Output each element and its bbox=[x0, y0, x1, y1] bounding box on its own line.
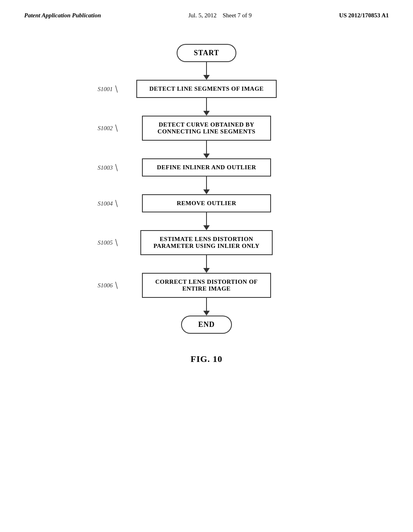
arrow-0 bbox=[203, 62, 210, 80]
step-label-s1002: S1002 ╲ bbox=[98, 125, 118, 132]
start-box: START bbox=[177, 44, 236, 62]
step-label-s1005: S1005 ╲ bbox=[98, 239, 118, 246]
end-node: END bbox=[181, 316, 232, 334]
step-row-s1002: S1002 ╲ DETECT CURVE OBTAINED BYCONNECTI… bbox=[86, 116, 327, 141]
step-label-s1006: S1006 ╲ bbox=[98, 282, 118, 289]
step-box-s1004: REMOVE OUTLIER bbox=[142, 194, 271, 212]
step-label-s1003: S1003 ╲ bbox=[98, 164, 118, 171]
header-patent-number: US 2012/170853 A1 bbox=[339, 11, 389, 20]
step-box-s1005: ESTIMATE LENS DISTORTIONPARAMETER USING … bbox=[140, 230, 272, 255]
step-box-s1002: DETECT CURVE OBTAINED BYCONNECTING LINE … bbox=[142, 116, 271, 141]
header-publication-label: Patent Application Publication bbox=[24, 11, 101, 20]
arrow-4 bbox=[203, 212, 210, 230]
step-box-s1001: DETECT LINE SEGMENTS OF IMAGE bbox=[136, 80, 277, 98]
start-node: START bbox=[177, 44, 236, 62]
step-label-s1004: S1004 ╲ bbox=[98, 200, 118, 207]
step-row-s1006: S1006 ╲ CORRECT LENS DISTORTION OFENTIRE… bbox=[86, 273, 327, 298]
header-date: Jul. 5, 2012 bbox=[188, 12, 217, 19]
arrow-3 bbox=[203, 177, 210, 194]
flowchart: START S1001 ╲ DETECT LINE SEGMENTS OF IM… bbox=[0, 44, 413, 364]
header-date-sheet: Jul. 5, 2012 Sheet 7 of 9 bbox=[188, 11, 252, 20]
step-row-s1001: S1001 ╲ DETECT LINE SEGMENTS OF IMAGE bbox=[86, 80, 327, 98]
step-row-s1003: S1003 ╲ DEFINE INLINER AND OUTLIER bbox=[86, 158, 327, 177]
page-header: Patent Application Publication Jul. 5, 2… bbox=[0, 0, 413, 20]
step-label-s1001: S1001 ╲ bbox=[98, 85, 118, 93]
step-box-s1006: CORRECT LENS DISTORTION OFENTIRE IMAGE bbox=[142, 273, 271, 298]
step-row-s1005: S1005 ╲ ESTIMATE LENS DISTORTIONPARAMETE… bbox=[86, 230, 327, 255]
arrow-2 bbox=[203, 141, 210, 158]
step-box-s1003: DEFINE INLINER AND OUTLIER bbox=[142, 158, 271, 177]
end-box: END bbox=[181, 316, 232, 334]
step-row-s1004: S1004 ╲ REMOVE OUTLIER bbox=[86, 194, 327, 212]
arrow-1 bbox=[203, 98, 210, 116]
header-sheet: Sheet 7 of 9 bbox=[223, 12, 252, 19]
arrow-5 bbox=[203, 255, 210, 273]
figure-caption: FIG. 10 bbox=[190, 354, 222, 364]
arrow-6 bbox=[203, 298, 210, 316]
